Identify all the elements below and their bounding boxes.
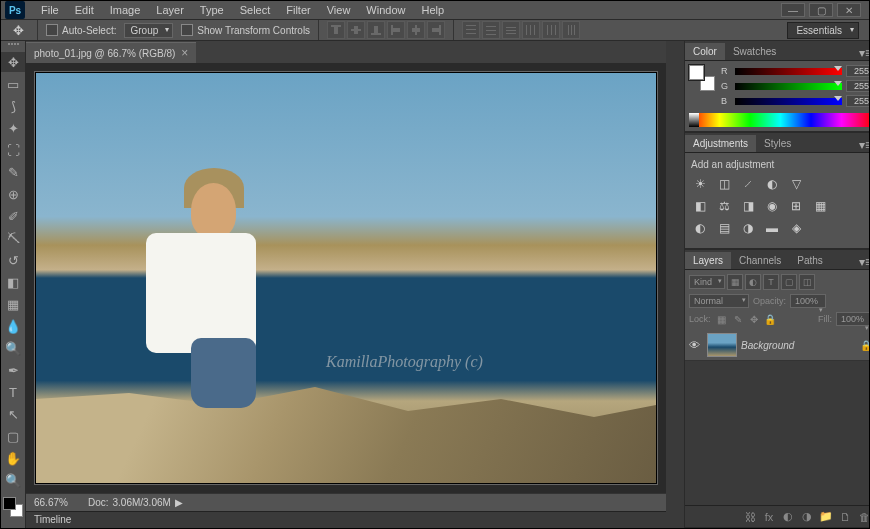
align-left-icon[interactable] [387, 21, 405, 39]
zoom-tool[interactable]: 🔍 [1, 470, 25, 490]
doc-info-arrow-icon[interactable]: ▶ [175, 497, 183, 508]
tab-layers[interactable]: Layers [685, 252, 731, 269]
lock-position-icon[interactable]: ✥ [747, 312, 761, 326]
lock-all-icon[interactable]: 🔒 [763, 312, 777, 326]
color-balance-icon[interactable]: ⚖ [715, 198, 733, 214]
eraser-tool[interactable]: ◧ [1, 272, 25, 292]
lasso-tool[interactable]: ⟆ [1, 96, 25, 116]
timeline-panel-tab[interactable]: Timeline [26, 511, 666, 529]
marquee-tool[interactable]: ▭ [1, 74, 25, 94]
distribute-right-icon[interactable] [562, 21, 580, 39]
distribute-top-icon[interactable] [462, 21, 480, 39]
new-adjustment-icon[interactable]: ◑ [799, 509, 815, 525]
zoom-level[interactable]: 66.67% [34, 497, 68, 508]
menu-edit[interactable]: Edit [67, 4, 102, 16]
layer-name[interactable]: Background [741, 340, 856, 351]
panel-menu-icon[interactable]: ▾≡ [855, 255, 870, 269]
black-white-icon[interactable]: ◨ [739, 198, 757, 214]
r-value[interactable]: 255 [846, 65, 870, 77]
tab-styles[interactable]: Styles [756, 135, 799, 152]
menu-filter[interactable]: Filter [278, 4, 318, 16]
filter-pixel-icon[interactable]: ▦ [727, 274, 743, 290]
fg-bg-swatches[interactable] [689, 65, 715, 91]
tab-swatches[interactable]: Swatches [725, 43, 784, 60]
new-layer-icon[interactable]: 🗋 [837, 509, 853, 525]
minimize-button[interactable]: — [781, 3, 805, 17]
move-tool[interactable]: ✥ [1, 52, 25, 72]
crop-tool[interactable]: ⛶ [1, 140, 25, 160]
panel-grip-icon[interactable] [1, 43, 25, 49]
align-hcenter-icon[interactable] [407, 21, 425, 39]
workspace-dropdown[interactable]: Essentials [787, 22, 859, 39]
show-transform-checkbox[interactable]: Show Transform Controls [181, 24, 310, 36]
distribute-bottom-icon[interactable] [502, 21, 520, 39]
b-value[interactable]: 255 [846, 95, 870, 107]
align-right-icon[interactable] [427, 21, 445, 39]
lock-transparent-icon[interactable]: ▦ [715, 312, 729, 326]
hand-tool[interactable]: ✋ [1, 448, 25, 468]
color-lookup-icon[interactable]: ▦ [811, 198, 829, 214]
delete-layer-icon[interactable]: 🗑 [856, 509, 870, 525]
brush-tool[interactable]: ✐ [1, 206, 25, 226]
clone-stamp-tool[interactable]: ⛏ [1, 228, 25, 248]
visibility-icon[interactable]: 👁 [689, 339, 703, 351]
layer-item[interactable]: 👁 Background 🔒 [685, 330, 870, 361]
panel-menu-icon[interactable]: ▾≡ [855, 46, 870, 60]
link-layers-icon[interactable]: ⛓ [742, 509, 758, 525]
menu-file[interactable]: File [33, 4, 67, 16]
color-swatches[interactable] [1, 495, 25, 519]
filter-type-icon[interactable]: T [763, 274, 779, 290]
dodge-tool[interactable]: 🔍 [1, 338, 25, 358]
distribute-vcenter-icon[interactable] [482, 21, 500, 39]
tab-paths[interactable]: Paths [789, 252, 831, 269]
blend-mode-dropdown[interactable]: Normal [689, 294, 749, 308]
maximize-button[interactable]: ▢ [809, 3, 833, 17]
auto-select-checkbox[interactable]: Auto-Select: [46, 24, 116, 36]
menu-window[interactable]: Window [358, 4, 413, 16]
tab-channels[interactable]: Channels [731, 252, 789, 269]
brightness-contrast-icon[interactable]: ☀ [691, 176, 709, 192]
opacity-value[interactable]: 100% [790, 294, 826, 308]
hue-saturation-icon[interactable]: ◧ [691, 198, 709, 214]
layer-fx-icon[interactable]: fx [761, 509, 777, 525]
healing-brush-tool[interactable]: ⊕ [1, 184, 25, 204]
align-bottom-icon[interactable] [367, 21, 385, 39]
levels-icon[interactable]: ◫ [715, 176, 733, 192]
tab-color[interactable]: Color [685, 43, 725, 60]
posterize-icon[interactable]: ▤ [715, 220, 733, 236]
exposure-icon[interactable]: ◐ [763, 176, 781, 192]
color-spectrum[interactable] [689, 113, 870, 127]
tab-close-icon[interactable]: × [181, 46, 188, 60]
distribute-left-icon[interactable] [522, 21, 540, 39]
menu-help[interactable]: Help [413, 4, 452, 16]
photo-filter-icon[interactable]: ◉ [763, 198, 781, 214]
history-brush-tool[interactable]: ↺ [1, 250, 25, 270]
menu-view[interactable]: View [319, 4, 359, 16]
close-button[interactable]: ✕ [837, 3, 861, 17]
gradient-map-icon[interactable]: ▬ [763, 220, 781, 236]
magic-wand-tool[interactable]: ✦ [1, 118, 25, 138]
blur-tool[interactable]: 💧 [1, 316, 25, 336]
g-value[interactable]: 255 [846, 80, 870, 92]
menu-image[interactable]: Image [102, 4, 149, 16]
lock-pixels-icon[interactable]: ✎ [731, 312, 745, 326]
panel-menu-icon[interactable]: ▾≡ [855, 138, 870, 152]
filter-adjustment-icon[interactable]: ◐ [745, 274, 761, 290]
path-selection-tool[interactable]: ↖ [1, 404, 25, 424]
layer-mask-icon[interactable]: ◐ [780, 509, 796, 525]
align-vcenter-icon[interactable] [347, 21, 365, 39]
g-slider[interactable] [735, 83, 842, 90]
new-group-icon[interactable]: 📁 [818, 509, 834, 525]
tab-adjustments[interactable]: Adjustments [685, 135, 756, 152]
invert-icon[interactable]: ◐ [691, 220, 709, 236]
b-slider[interactable] [735, 98, 842, 105]
canvas-area[interactable]: KamillaPhotography (c) [26, 63, 666, 493]
pen-tool[interactable]: ✒ [1, 360, 25, 380]
document-tab[interactable]: photo_01.jpg @ 66.7% (RGB/8) × [26, 42, 196, 63]
shape-tool[interactable]: ▢ [1, 426, 25, 446]
type-tool[interactable]: T [1, 382, 25, 402]
vibrance-icon[interactable]: ▽ [787, 176, 805, 192]
curves-icon[interactable]: ⟋ [739, 176, 757, 192]
r-slider[interactable] [735, 68, 842, 75]
menu-select[interactable]: Select [232, 4, 279, 16]
